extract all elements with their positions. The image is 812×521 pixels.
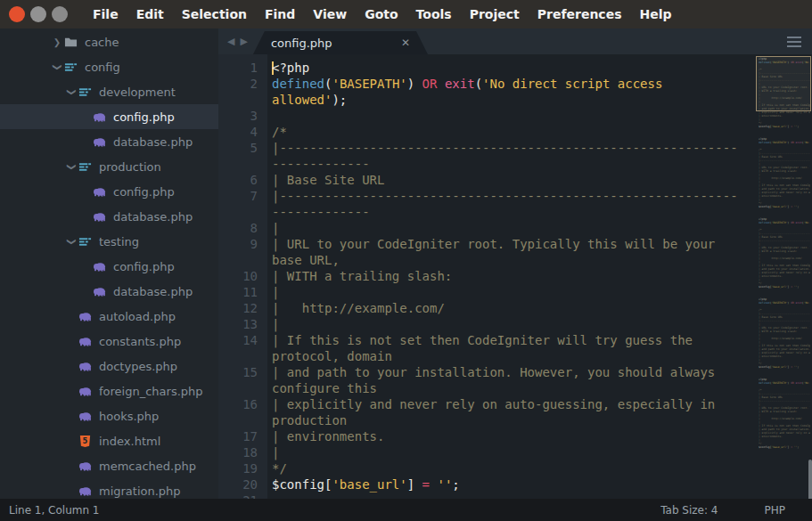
code-line-1[interactable]: 1<?php [218,60,753,76]
code-line-8[interactable]: 8| [218,220,753,236]
tree-item-config-php[interactable]: config.php [0,179,218,204]
code-line-6[interactable]: 6| Base Site URL [218,172,753,188]
tree-item-cache[interactable]: ❯cache [0,29,218,54]
menu-view[interactable]: View [304,0,356,28]
menu-tools[interactable]: Tools [407,0,461,28]
minimize-window-button[interactable] [30,6,46,22]
code-content[interactable]: 1<?php2defined('BASEPATH') OR exit('No d… [218,60,753,499]
chevron-down-icon[interactable]: ❯ [67,234,77,248]
code-editor[interactable]: 1<?php2defined('BASEPATH') OR exit('No d… [218,54,812,499]
menu-preferences[interactable]: Preferences [529,0,631,28]
code-line-19[interactable]: 19*/ [218,460,753,476]
menu-help[interactable]: Help [630,0,680,28]
line-number[interactable]: 15 [218,364,258,396]
line-number[interactable]: 1 [218,60,258,76]
tree-item-database-php[interactable]: database.php [0,279,218,304]
line-number[interactable]: 6 [218,172,258,188]
menu-selection[interactable]: Selection [173,0,256,28]
code-line-11[interactable]: 11| [218,284,753,300]
line-number[interactable]: 11 [218,284,258,300]
tree-item-config-php[interactable]: config.php [0,254,218,279]
tree-item-config[interactable]: ❯config [0,54,218,79]
code-line-21[interactable]: 21 [218,493,753,499]
file-label: database.php [113,135,193,149]
code-line-16[interactable]: 16| explicitly and never rely on auto-gu… [218,396,753,428]
line-number[interactable]: 17 [218,428,258,444]
nav-back-icon[interactable]: ◀ [227,36,234,47]
code-line-2[interactable]: 2defined('BASEPATH') OR exit('No direct … [218,76,753,108]
minimap-viewport[interactable] [756,56,811,111]
menu-edit[interactable]: Edit [127,0,173,28]
tab-close-icon[interactable]: ✕ [401,37,410,49]
tab-size-status[interactable]: Tab Size: 4 [660,504,718,517]
tree-item-doctypes-php[interactable]: doctypes.php [0,354,218,379]
nav-forward-icon[interactable]: ▶ [240,36,247,47]
line-number[interactable]: 8 [218,220,258,236]
tree-item-development[interactable]: ❯development [0,79,218,104]
menu-file[interactable]: File [84,0,127,28]
code-line-10[interactable]: 10| WITH a trailing slash: [218,268,753,284]
sidebar-file-tree[interactable]: ❯cache❯config❯developmentconfig.phpdatab… [0,28,218,499]
tree-item-constants-php[interactable]: constants.php [0,329,218,354]
tree-item-database-php[interactable]: database.php [0,204,218,229]
line-code: /* [272,124,287,140]
line-number[interactable]: 10 [218,268,258,284]
code-line-9[interactable]: 9| URL to your CodeIgniter root. Typical… [218,236,753,268]
tree-item-production[interactable]: ❯production [0,154,218,179]
line-number[interactable]: 18 [218,444,258,460]
line-number[interactable]: 7 [218,188,258,220]
line-number[interactable]: 4 [218,124,258,140]
line-number[interactable]: 3 [218,108,258,124]
line-number[interactable]: 14 [218,332,258,364]
code-line-12[interactable]: 12| http://example.com/ [218,300,753,316]
tree-item-index-html[interactable]: 5index.html [0,428,218,453]
line-number[interactable]: 2 [218,76,258,108]
tree-item-autoload-php[interactable]: autoload.php [0,304,218,329]
php-icon [78,310,92,323]
code-line-3[interactable]: 3 [218,108,753,124]
code-line-13[interactable]: 13| [218,316,753,332]
line-number[interactable]: 9 [218,236,258,268]
menu-find[interactable]: Find [256,0,304,28]
line-number[interactable]: 13 [218,316,258,332]
line-number[interactable]: 20 [218,476,258,493]
php-icon [93,260,106,273]
code-line-20[interactable]: 20$config['base_url'] = ''; [218,476,753,493]
minimap-line: |---------------------------------------… [759,399,810,403]
code-line-14[interactable]: 14| If this is not set then CodeIgniter … [218,332,753,364]
chevron-down-icon[interactable]: ❯ [53,60,62,74]
hamburger-menu-icon[interactable] [787,37,801,47]
maximize-window-button[interactable] [52,6,68,22]
line-number[interactable]: 12 [218,300,258,316]
tree-item-hooks-php[interactable]: hooks.php [0,403,218,428]
chevron-down-icon[interactable]: ❯ [67,85,77,99]
syntax-status[interactable]: PHP [765,504,786,517]
code-line-7[interactable]: 7|--------------------------------------… [218,188,753,220]
tree-item-memcached-php[interactable]: memcached.php [0,453,218,478]
tree-item-config-php[interactable]: config.php [0,104,218,129]
menu-goto[interactable]: Goto [356,0,406,28]
code-line-15[interactable]: 15| and path to your installation. Howev… [218,364,753,396]
chevron-right-icon[interactable]: ❯ [50,37,64,47]
line-number[interactable]: 5 [218,140,258,172]
tree-item-foreign-chars-php[interactable]: foreign_chars.php [0,379,218,403]
line-number[interactable]: 21 [218,493,258,499]
file-label: config.php [113,185,175,199]
close-window-button[interactable] [9,6,25,22]
code-line-5[interactable]: 5|--------------------------------------… [218,140,753,172]
line-number[interactable]: 19 [218,460,258,476]
code-line-18[interactable]: 18| [218,444,753,460]
scrollbar-thumb[interactable] [808,460,812,499]
menu-project[interactable]: Project [461,0,529,28]
chevron-down-icon[interactable]: ❯ [67,159,77,174]
code-line-4[interactable]: 4/* [218,124,753,140]
minimap[interactable]: <?phpdefined('BASEPATH') OR exit('No dir… [755,54,812,499]
php-icon [93,285,106,298]
cursor-position-status[interactable]: Line 1, Column 1 [0,504,100,517]
tree-item-testing[interactable]: ❯testing [0,229,218,254]
line-number[interactable]: 16 [218,396,258,428]
tab-config-php[interactable]: config.php ✕ [253,31,428,54]
tree-item-migration-php[interactable]: migration.php [0,478,218,499]
code-line-17[interactable]: 17| environments. [218,428,753,444]
tree-item-database-php[interactable]: database.php [0,129,218,154]
